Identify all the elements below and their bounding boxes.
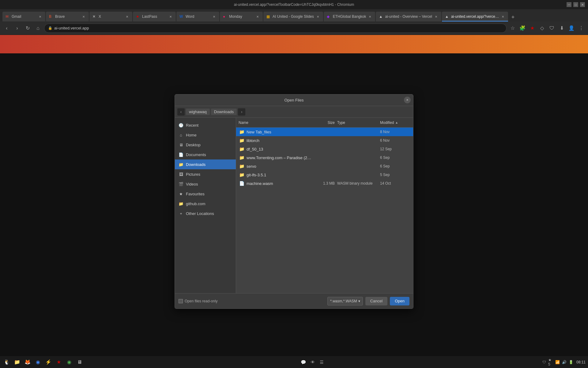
sidebar-desktop-label: Desktop <box>186 143 201 147</box>
profile-button[interactable]: 👤 <box>567 24 576 33</box>
sidebar: 🕐 Recent ⌂ Home 🖥 Desktop <box>175 118 236 293</box>
tab-eth[interactable]: ◆ ETHGlobal Bangkok ✕ <box>324 12 375 21</box>
tab-vercel[interactable]: ▲ ai-united.vercel.app/?verce… ✕ <box>442 12 508 21</box>
taskbar-launcher-icon[interactable]: 🐧 <box>2 358 11 366</box>
sidebar-pictures-label: Pictures <box>186 172 200 177</box>
tab-overview[interactable]: ▲ ai-united - Overview – Vercel ✕ <box>376 12 441 21</box>
forward-button[interactable]: › <box>13 24 21 33</box>
tab-monday[interactable]: ● Monday ✕ <box>220 12 263 21</box>
column-type-header: Type <box>337 121 380 125</box>
file-filter-dropdown[interactable]: *.wasm,*.WASM ▾ <box>327 297 363 305</box>
cancel-button[interactable]: Cancel <box>365 297 387 305</box>
home-button[interactable]: ⌂ <box>34 24 42 33</box>
tab-twitter[interactable]: ✕ X ✕ <box>89 12 132 21</box>
tab-brave[interactable]: B Brave ✕ <box>46 12 89 21</box>
open-button[interactable]: Open <box>390 297 409 305</box>
taskbar-view-icon[interactable]: 👁 <box>309 358 316 366</box>
breadcrumb-wighawaq[interactable]: wighawaq <box>186 109 210 115</box>
new-tab-button[interactable]: + <box>509 13 517 21</box>
tab-word-close[interactable]: ✕ <box>212 14 216 19</box>
tab-monday-close[interactable]: ✕ <box>255 14 260 19</box>
breadcrumb-downloads[interactable]: Downloads <box>211 109 237 115</box>
sidebar-item-other-locations[interactable]: + Other Locations <box>175 209 236 218</box>
nav-actions: ☆ 🧩 ★ ◇ 🛡 ⬇ 👤 ⋮ <box>508 24 586 33</box>
sidebar-item-pictures[interactable]: 🖼 Pictures <box>175 169 236 179</box>
desktop-icon: 🖥 <box>179 142 183 147</box>
dialog-title: Open Files <box>285 98 304 102</box>
videos-icon: 🎬 <box>179 182 183 186</box>
taskbar-firefox-icon[interactable]: 🦊 <box>23 358 32 366</box>
file-row-git-lfs[interactable]: 📁 git-lfs-3.5.1 5 Sep <box>236 171 413 179</box>
taskbar-chat-icon[interactable]: 💬 <box>300 358 307 366</box>
tab-gmail-close[interactable]: ✕ <box>38 14 42 19</box>
taskbar-menu-icon[interactable]: ☰ <box>318 358 326 366</box>
sidebar-recent-label: Recent <box>186 123 198 128</box>
sidebar-item-favourites[interactable]: ★ Favourites <box>175 189 236 199</box>
tab-eth-favicon: ◆ <box>327 14 331 19</box>
back-button[interactable]: ‹ <box>2 24 11 33</box>
close-window-button[interactable]: ✕ <box>580 2 585 7</box>
reload-button[interactable]: ↻ <box>23 24 32 33</box>
file-row-torrenting[interactable]: 📁 www.Torrenting.com – Paradise (2023) 7… <box>236 153 413 162</box>
sidebar-item-videos[interactable]: 🎬 Videos <box>175 179 236 189</box>
sidebar-item-downloads[interactable]: 📁 Downloads <box>175 159 236 169</box>
sidebar-home-label: Home <box>186 133 197 137</box>
taskbar-green-icon[interactable]: ◉ <box>65 358 74 366</box>
read-only-checkbox[interactable] <box>179 299 183 303</box>
taskbar: 🐧 📁 🦊 ◉ ⚡ ★ ◉ 🖥 💬 👁 ☰ 🛡 ★ 5 📶 🔊 <box>0 356 588 368</box>
tab-gmail[interactable]: ✉ Gmail ✕ <box>2 12 45 21</box>
read-only-text: Open files read-only <box>185 299 217 303</box>
taskbar-chromium-icon[interactable]: ◉ <box>34 358 42 366</box>
tab-word-favicon: W <box>179 14 184 19</box>
taskbar-monitor-icon[interactable]: 🖥 <box>75 358 84 366</box>
folder-icon-torrenting: 📁 <box>239 155 245 160</box>
taskbar-terminal-icon[interactable]: ⚡ <box>44 358 53 366</box>
minimize-button[interactable]: ─ <box>567 2 571 7</box>
menu-button[interactable]: ⋮ <box>577 24 586 33</box>
column-name-header[interactable]: Name <box>239 121 313 125</box>
tab-brave-close[interactable]: ✕ <box>81 14 86 19</box>
file-row-new-tab-files[interactable]: 📁 New Tab_files 8 Nov <box>236 128 413 136</box>
tab-slides[interactable]: ▦ AI United - Google Slides ✕ <box>263 12 323 21</box>
read-only-section: Open files read-only <box>179 299 217 303</box>
sidebar-item-home[interactable]: ⌂ Home <box>175 130 236 140</box>
extensions-button[interactable]: 🧩 <box>518 24 527 33</box>
sidebar-item-documents[interactable]: 📄 Documents <box>175 150 236 159</box>
sidebar-item-github[interactable]: 📁 github.com <box>175 199 236 209</box>
restore-button[interactable]: □ <box>573 2 578 7</box>
tab-word[interactable]: W Word ✕ <box>176 12 219 21</box>
tab-slides-close[interactable]: ✕ <box>316 14 320 19</box>
column-size-header: Size <box>313 121 337 125</box>
tab-vercel-close[interactable]: ✕ <box>501 14 505 19</box>
wallet-button[interactable]: ◇ <box>538 24 546 33</box>
taskbar-files-icon[interactable]: 📁 <box>13 358 21 366</box>
taskbar-lastpass-taskbar-icon[interactable]: ★ <box>55 358 63 366</box>
dialog-main: 🕐 Recent ⌂ Home 🖥 Desktop <box>175 118 413 293</box>
tray-battery-icon: 🔋 <box>568 359 574 365</box>
tab-twitter-close[interactable]: ✕ <box>125 14 129 19</box>
address-bar[interactable]: 🔒 ai-united.vercel.app <box>44 24 507 33</box>
tab-eth-label: ETHGlobal Bangkok <box>333 14 366 19</box>
bookmark-button[interactable]: ☆ <box>508 24 517 33</box>
taskbar-tray-icons: 🛡 ★ 5 📶 🔊 🔋 <box>541 359 574 365</box>
favourites-icon: ★ <box>179 191 183 196</box>
shield-button[interactable]: 🛡 <box>548 24 556 33</box>
tab-lastpass[interactable]: ★ LastPass ✕ <box>133 12 176 21</box>
download-button[interactable]: ⬇ <box>557 24 566 33</box>
dialog-close-button[interactable]: × <box>404 97 411 103</box>
file-row-servo[interactable]: 📁 servo 6 Sep <box>236 162 413 171</box>
lastpass-button[interactable]: ★ <box>528 24 537 33</box>
file-row-df50[interactable]: 📁 df_50_13 12 Sep <box>236 145 413 153</box>
sidebar-item-recent[interactable]: 🕐 Recent <box>175 120 236 130</box>
breadcrumb-back-button[interactable]: ‹ <box>177 108 185 116</box>
tab-overview-close[interactable]: ✕ <box>434 14 438 19</box>
sidebar-item-desktop[interactable]: 🖥 Desktop <box>175 140 236 150</box>
address-text: ai-united.vercel.app <box>54 26 503 30</box>
column-modified-header[interactable]: Modified ▲ <box>380 121 411 125</box>
file-row-libtorch[interactable]: 📁 libtorch 6 Nov <box>236 136 413 145</box>
file-row-machine-wasm[interactable]: 📄 machine.wasm 1.3 MB WASM binary module… <box>236 179 413 188</box>
tab-lastpass-close[interactable]: ✕ <box>168 14 173 19</box>
sort-arrow-icon: ▲ <box>395 121 398 124</box>
breadcrumb-forward-button[interactable]: › <box>238 108 245 116</box>
tab-eth-close[interactable]: ✕ <box>368 14 372 19</box>
